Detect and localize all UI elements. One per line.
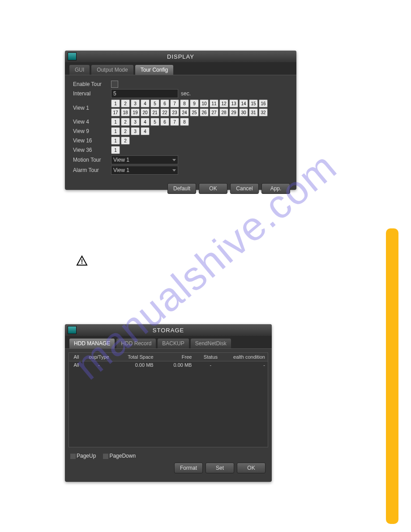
view-channel-button[interactable]: 15 (249, 99, 258, 107)
pagedown-button[interactable]: PageDown (103, 453, 136, 459)
td-health: - (226, 362, 268, 368)
view-channel-button[interactable]: 28 (219, 108, 228, 116)
display-tabs: GUI Output Mode Tour Config (65, 62, 296, 75)
tab-tour[interactable]: Tour Config (135, 65, 173, 75)
view16-buttons: 12 (111, 137, 130, 145)
tab-hdd-manage[interactable]: HDD MANAGE (69, 339, 115, 348)
tab-sendnetdisk[interactable]: SendNetDisk (191, 339, 231, 348)
view-channel-button[interactable]: 24 (180, 108, 189, 116)
td-free: 0.00 MB (157, 362, 196, 368)
enable-tour-checkbox[interactable] (111, 81, 118, 88)
th-group: oup/Type (84, 354, 114, 360)
view-channel-button[interactable]: 8 (180, 118, 189, 126)
view-channel-button[interactable]: 18 (121, 108, 130, 116)
view-channel-button[interactable]: 13 (229, 99, 238, 107)
display-content: Enable Tour Interval sec. View 1 1234567… (65, 75, 296, 181)
view-channel-button[interactable]: 16 (259, 99, 268, 107)
th-free: Free (157, 354, 196, 360)
view4-label: View 4 (73, 119, 111, 125)
tab-hdd-record[interactable]: HDD Record (116, 339, 156, 348)
view-channel-button[interactable]: 32 (259, 108, 268, 116)
view16-label: View 16 (73, 137, 111, 144)
alarm-value: View 1 (113, 167, 129, 173)
view-channel-button[interactable]: 26 (200, 108, 209, 116)
view-channel-button[interactable]: 6 (160, 118, 169, 126)
view-channel-button[interactable]: 8 (180, 99, 189, 107)
interval-input[interactable] (111, 89, 178, 98)
view4-buttons: 12345678 (111, 118, 189, 126)
format-button[interactable]: Format (174, 463, 203, 473)
view-channel-button[interactable]: 27 (210, 108, 218, 116)
view-channel-button[interactable]: 2 (121, 99, 130, 107)
pageup-button[interactable]: PageUp (70, 453, 96, 459)
chevron-down-icon (172, 169, 176, 172)
view-channel-button[interactable]: 19 (131, 108, 140, 116)
view-channel-button[interactable]: 4 (141, 99, 150, 107)
view-channel-button[interactable]: 30 (239, 108, 248, 116)
th-health: ealth condition (226, 354, 268, 360)
td-status: - (195, 362, 226, 368)
cancel-button[interactable]: Cancel (230, 183, 259, 194)
view-channel-button[interactable]: 12 (219, 99, 228, 107)
ok-button[interactable]: OK (199, 183, 227, 194)
td-all: All (69, 362, 84, 368)
motion-tour-label: Motion Tour (73, 157, 111, 163)
view-channel-button[interactable]: 7 (170, 99, 179, 107)
default-button[interactable]: Default (167, 183, 196, 194)
view-channel-button[interactable]: 7 (170, 118, 179, 126)
view-channel-button[interactable]: 1 (111, 137, 120, 145)
motion-tour-select[interactable]: View 1 (111, 155, 178, 164)
view-channel-button[interactable]: 10 (200, 99, 209, 107)
view-channel-button[interactable]: 11 (210, 99, 218, 107)
view-channel-button[interactable]: 25 (190, 108, 199, 116)
view-channel-button[interactable]: 29 (229, 108, 238, 116)
tab-output[interactable]: Output Mode (91, 65, 133, 75)
storage-tabs: HDD MANAGE HDD Record BACKUP SendNetDisk (65, 336, 272, 349)
view-channel-button[interactable]: 2 (121, 118, 130, 126)
tab-gui[interactable]: GUI (69, 65, 90, 75)
view-channel-button[interactable]: 5 (150, 118, 159, 126)
view-channel-button[interactable]: 2 (121, 137, 130, 145)
view-channel-button[interactable]: 14 (239, 99, 248, 107)
pagedown-icon (103, 454, 108, 459)
display-buttons: Default OK Cancel App. (65, 181, 296, 198)
sidebar-accent (386, 228, 398, 524)
table-header: All oup/Type Total Space Free Status eal… (69, 353, 268, 361)
view36-label: View 36 (73, 147, 111, 153)
view-channel-button[interactable]: 9 (190, 99, 199, 107)
tab-backup[interactable]: BACKUP (158, 339, 188, 348)
view9-label: View 9 (73, 128, 111, 134)
alarm-tour-select[interactable]: View 1 (111, 166, 178, 175)
view-channel-button[interactable]: 20 (141, 108, 150, 116)
view-channel-button[interactable]: 31 (249, 108, 258, 116)
view-channel-button[interactable]: 1 (111, 146, 120, 154)
set-button[interactable]: Set (206, 463, 234, 473)
view-channel-button[interactable]: 17 (111, 108, 120, 116)
view-channel-button[interactable]: 1 (111, 99, 120, 107)
view-channel-button[interactable]: 5 (150, 99, 159, 107)
view-channel-button[interactable]: 3 (131, 127, 140, 135)
chevron-down-icon (172, 159, 176, 161)
th-all: All (69, 354, 84, 360)
alarm-tour-label: Alarm Tour (73, 167, 111, 173)
view-channel-button[interactable]: 21 (150, 108, 159, 116)
view1-buttons: 1234567891011121314151617181920212223242… (111, 99, 277, 116)
view-channel-button[interactable]: 3 (131, 99, 140, 107)
view-channel-button[interactable]: 2 (121, 127, 130, 135)
view-channel-button[interactable]: 1 (111, 118, 120, 126)
app-button[interactable]: App. (261, 183, 290, 194)
view-channel-button[interactable]: 4 (141, 118, 150, 126)
view-channel-button[interactable]: 1 (111, 127, 120, 135)
table-row[interactable]: All - 0.00 MB 0.00 MB - - (69, 361, 268, 369)
ok-button[interactable]: OK (237, 463, 265, 473)
view-channel-button[interactable]: 4 (141, 127, 150, 135)
display-titlebar: DISPLAY (65, 51, 296, 62)
storage-titlebar: STORAGE (65, 324, 272, 336)
view-channel-button[interactable]: 6 (160, 99, 169, 107)
view-channel-button[interactable]: 3 (131, 118, 140, 126)
window-icon (68, 326, 77, 334)
view-channel-button[interactable]: 23 (170, 108, 179, 116)
view-channel-button[interactable]: 22 (160, 108, 169, 116)
enable-tour-label: Enable Tour (73, 81, 111, 87)
td-group: - (84, 362, 114, 368)
